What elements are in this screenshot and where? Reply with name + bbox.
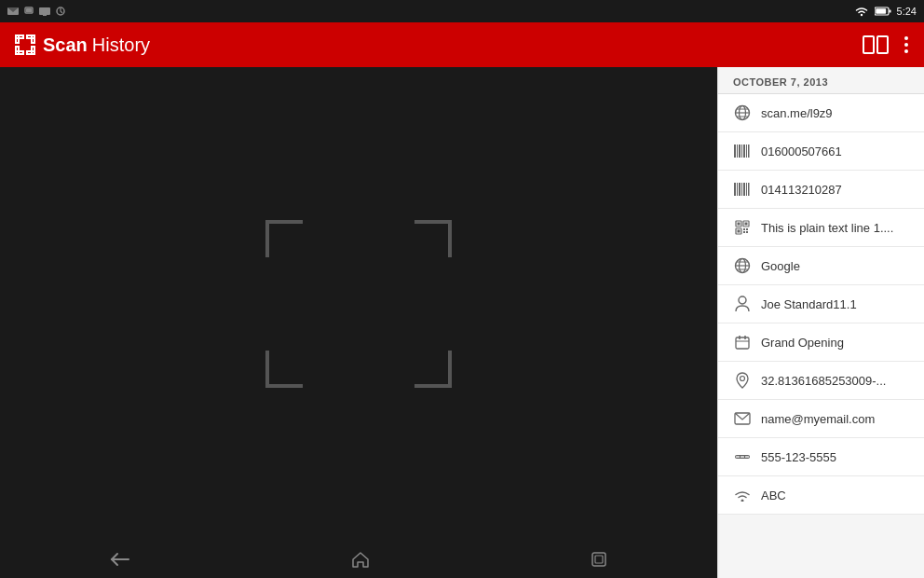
home-button[interactable] (340, 547, 381, 571)
history-item-text: scan.me/l9z9 (761, 106, 833, 120)
history-list: scan.me/l9z9016000507661014113210287This… (718, 94, 924, 515)
history-date: OCTOBER 7, 2013 (718, 67, 924, 94)
home-icon (351, 551, 370, 568)
history-item-text: name@myemail.com (761, 412, 875, 426)
svg-rect-37 (748, 144, 750, 158)
svg-rect-32 (737, 144, 738, 158)
svg-point-23 (904, 49, 908, 53)
pin-icon (733, 371, 752, 390)
svg-point-7 (860, 14, 862, 16)
barcode-icon (733, 180, 752, 199)
wifi-status-icon (854, 6, 869, 17)
svg-rect-5 (43, 15, 47, 16)
camera-view (0, 67, 717, 541)
svg-rect-50 (738, 230, 741, 233)
app-title: Scan History (43, 34, 150, 56)
svg-rect-68 (736, 456, 740, 458)
notification-icon-3 (39, 7, 50, 16)
barcode-icon (733, 142, 752, 160)
history-item[interactable]: 555-123-5555 (718, 438, 924, 476)
app-bar: Scan History (0, 22, 924, 67)
svg-rect-9 (889, 10, 890, 13)
back-icon (110, 552, 130, 567)
history-item-text: This is plain text line 1.... (761, 221, 893, 235)
svg-rect-31 (734, 144, 736, 158)
app-bar-left: Scan History (15, 34, 150, 56)
history-item-text: Grand Opening (761, 336, 844, 350)
svg-rect-54 (746, 231, 748, 233)
notification-icon-4 (56, 7, 65, 16)
svg-rect-51 (743, 228, 745, 230)
wifi-icon (733, 486, 752, 504)
history-item-text: 32.81361685253009-... (761, 374, 886, 388)
bottom-nav (0, 541, 717, 578)
history-item[interactable]: Joe Standard11.1 (718, 285, 924, 323)
svg-rect-42 (743, 183, 745, 196)
svg-rect-48 (745, 223, 748, 226)
svg-rect-46 (738, 223, 741, 226)
svg-point-65 (741, 377, 745, 381)
more-options-icon[interactable] (904, 35, 909, 54)
svg-rect-33 (739, 144, 741, 158)
history-item-text: 555-123-5555 (761, 450, 836, 464)
back-button[interactable] (99, 548, 142, 571)
svg-rect-10 (876, 8, 886, 14)
app-title-history: History (92, 34, 150, 56)
status-bar-right: 5:24 (854, 6, 917, 17)
svg-rect-20 (877, 36, 888, 53)
time-display: 5:24 (897, 6, 917, 17)
history-item-text: Google (761, 259, 800, 273)
panels-icon[interactable] (863, 35, 889, 54)
svg-rect-70 (745, 456, 749, 458)
history-item[interactable]: 016000507661 (718, 132, 924, 171)
history-item[interactable]: This is plain text line 1.... (718, 209, 924, 247)
svg-rect-25 (595, 556, 603, 563)
scan-frame (265, 220, 452, 388)
globe-icon (733, 103, 752, 122)
history-item[interactable]: Grand Opening (718, 323, 924, 362)
history-item-text: ABC (761, 489, 786, 502)
recents-icon (591, 551, 607, 568)
svg-rect-3 (26, 8, 32, 12)
history-item[interactable]: Google (718, 247, 924, 285)
phone-icon (733, 447, 752, 466)
history-item-text: 014113210287 (761, 183, 842, 197)
qr-icon (733, 218, 752, 237)
svg-rect-43 (746, 183, 747, 196)
svg-rect-38 (734, 183, 736, 196)
svg-rect-40 (739, 183, 741, 196)
svg-rect-53 (743, 231, 745, 233)
svg-point-60 (739, 296, 746, 304)
svg-rect-69 (741, 456, 744, 458)
history-item[interactable]: name@myemail.com (718, 400, 924, 438)
svg-rect-52 (746, 228, 748, 230)
history-item[interactable]: scan.me/l9z9 (718, 94, 924, 132)
app-bar-right (863, 35, 909, 54)
battery-icon (875, 7, 891, 16)
person-icon (733, 295, 752, 313)
globe-icon (733, 256, 752, 275)
recents-button[interactable] (579, 547, 618, 571)
svg-rect-39 (737, 183, 738, 196)
scan-logo-icon (15, 34, 35, 55)
svg-point-21 (904, 36, 908, 40)
history-item-text: 016000507661 (761, 144, 842, 158)
email-icon (733, 409, 752, 428)
history-item[interactable]: ABC (718, 476, 924, 515)
corner-tr (414, 220, 452, 257)
svg-rect-4 (39, 7, 50, 15)
calendar-icon (733, 333, 752, 351)
svg-rect-34 (741, 144, 742, 158)
history-panel: OCTOBER 7, 2013 scan.me/l9z9016000507661… (717, 67, 924, 578)
svg-rect-19 (863, 36, 874, 53)
notification-icon-2 (24, 7, 34, 16)
status-bar-left (7, 7, 65, 16)
history-item[interactable]: 32.81361685253009-... (718, 362, 924, 400)
notification-icon-1 (7, 7, 19, 16)
svg-rect-36 (746, 144, 747, 158)
svg-rect-24 (592, 553, 605, 566)
status-bar: 5:24 (0, 0, 924, 22)
svg-rect-44 (748, 183, 750, 196)
history-item[interactable]: 014113210287 (718, 171, 924, 209)
svg-point-71 (741, 500, 744, 502)
